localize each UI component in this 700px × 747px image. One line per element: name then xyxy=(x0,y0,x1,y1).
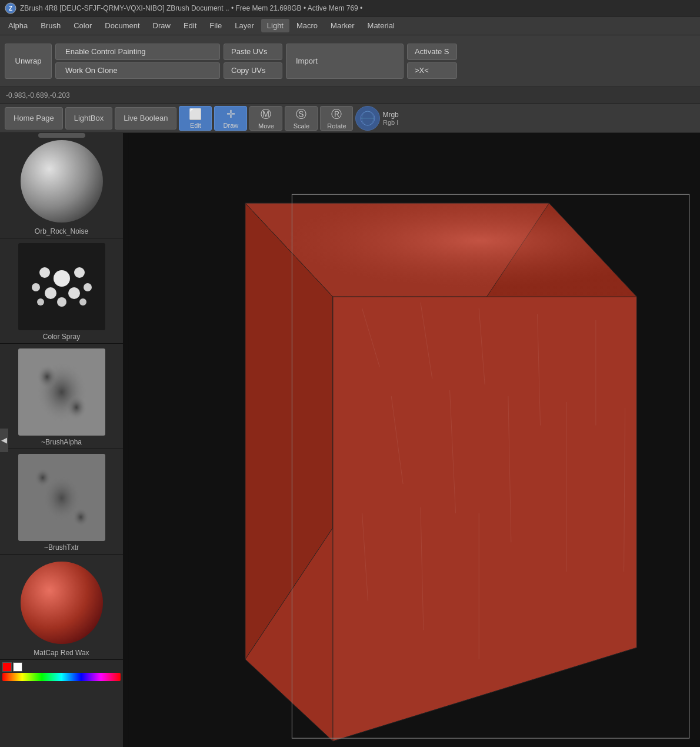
scroll-indicator xyxy=(38,133,85,138)
matcap-red-wax-label: MatCap Red Wax xyxy=(34,649,89,657)
menu-document[interactable]: Document xyxy=(99,19,145,32)
rotate-label: Rotate xyxy=(327,122,346,130)
coords-value: -0.983,-0.689,-0.203 xyxy=(6,91,70,99)
menu-macro[interactable]: Macro xyxy=(291,19,324,32)
svg-point-15 xyxy=(79,298,86,306)
menu-color[interactable]: Color xyxy=(68,19,98,32)
brush-txtr[interactable]: ~BrushTxtr xyxy=(0,449,123,555)
svg-point-9 xyxy=(32,283,40,291)
enable-control-painting-button[interactable]: Enable Control Painting xyxy=(55,44,220,60)
scale-label: Scale xyxy=(294,122,310,130)
menu-alpha[interactable]: Alpha xyxy=(2,19,34,32)
menu-layer[interactable]: Layer xyxy=(229,19,260,32)
svg-point-21 xyxy=(55,383,91,424)
activate-group: Activate S >X< xyxy=(407,44,457,79)
viewport xyxy=(124,133,700,747)
rgb-sphere-icon xyxy=(359,110,376,127)
lightbox-button[interactable]: LightBox xyxy=(65,107,113,130)
scale-icon: Ⓢ xyxy=(296,107,306,121)
color-swatch-row xyxy=(2,662,121,672)
homepage-button[interactable]: Home Page xyxy=(5,107,63,130)
svg-point-25 xyxy=(59,493,92,530)
menu-marker[interactable]: Marker xyxy=(325,19,360,32)
svg-point-6 xyxy=(54,270,70,287)
brush-alpha-thumbnail xyxy=(18,348,105,436)
svg-point-12 xyxy=(68,287,80,299)
color-swatch-white[interactable] xyxy=(13,662,22,672)
menu-bar: Alpha Brush Color Document Draw Edit Fil… xyxy=(0,16,700,35)
unwrap-button[interactable]: Unwrap xyxy=(5,44,52,79)
activate-button[interactable]: Activate S xyxy=(407,44,457,60)
edit-mode-button[interactable]: ⬜ Edit xyxy=(179,106,212,131)
zbrush-logo-icon: Z xyxy=(5,2,16,14)
color-spray-visual xyxy=(18,243,105,330)
brush-txtr-label: ~BrushTxtr xyxy=(44,543,79,552)
menu-material[interactable]: Material xyxy=(362,19,401,32)
canvas-area[interactable] xyxy=(124,133,700,747)
menu-file[interactable]: File xyxy=(204,19,228,32)
brush-alpha-label: ~BrushAlpha xyxy=(41,438,82,446)
brush-color-spray[interactable]: Color Spray xyxy=(0,238,123,344)
live-boolean-button[interactable]: Live Boolean xyxy=(115,107,176,130)
matcap-red-wax[interactable]: MatCap Red Wax xyxy=(0,555,123,660)
color-spray-label: Color Spray xyxy=(43,333,80,341)
mrgb-label: Mrgb Rgb I xyxy=(382,111,398,126)
coords-bar: -0.983,-0.689,-0.203 xyxy=(0,87,700,104)
left-sidebar: ◀ Orb_Rock_Noise xyxy=(0,133,124,747)
brush-txtr-thumbnail xyxy=(18,454,105,541)
rotate-icon: Ⓡ xyxy=(331,107,342,121)
action-bar: Home Page LightBox Live Boolean ⬜ Edit ✛… xyxy=(0,104,700,133)
color-gradient-bar[interactable] xyxy=(2,673,121,681)
menu-light[interactable]: Light xyxy=(261,19,289,32)
svg-point-7 xyxy=(39,267,50,278)
svg-text:Z: Z xyxy=(9,5,12,12)
uv-group: Paste UVs Copy UVs xyxy=(224,44,282,79)
xmark-button[interactable]: >X< xyxy=(407,62,457,79)
mrgb-text: Mrgb xyxy=(382,111,398,119)
menu-brush[interactable]: Brush xyxy=(35,19,66,32)
move-label: Move xyxy=(258,122,274,130)
svg-point-14 xyxy=(37,298,44,306)
rgb-button[interactable] xyxy=(355,106,380,131)
copy-uvs-button[interactable]: Copy UVs xyxy=(224,62,282,79)
toolbar-group-main: Enable Control Painting Work On Clone xyxy=(55,44,220,79)
draw-mode-button[interactable]: ✛ Draw xyxy=(214,106,247,131)
orb-rock-noise-thumbnail xyxy=(18,138,105,225)
brush-alpha-visual xyxy=(18,348,105,436)
move-mode-button[interactable]: Ⓜ Move xyxy=(249,106,282,131)
orb-sphere-visual xyxy=(21,140,103,223)
rgb-i-text: Rgb I xyxy=(383,119,398,126)
edit-icon: ⬜ xyxy=(189,108,202,121)
brush-orb-rock-noise[interactable]: Orb_Rock_Noise xyxy=(0,133,123,238)
svg-point-10 xyxy=(84,283,92,291)
svg-point-11 xyxy=(45,287,56,299)
cube-viewport-svg xyxy=(124,133,700,747)
svg-point-24 xyxy=(31,464,64,502)
paste-uvs-button[interactable]: Paste UVs xyxy=(224,44,282,60)
color-swatch-red[interactable] xyxy=(2,662,12,672)
import-button[interactable]: Import xyxy=(286,44,404,79)
color-picker-area xyxy=(0,660,123,683)
matcap-sphere-visual xyxy=(21,562,103,644)
brush-txtr-visual xyxy=(18,454,105,541)
work-on-clone-button[interactable]: Work On Clone xyxy=(55,62,220,79)
left-collapse-arrow[interactable]: ◀ xyxy=(0,429,8,452)
move-icon: Ⓜ xyxy=(261,107,271,121)
matcap-red-wax-thumbnail xyxy=(18,559,105,646)
svg-point-8 xyxy=(74,267,85,278)
svg-point-13 xyxy=(57,297,66,307)
title-bar: Z ZBrush 4R8 [DEUC-SFJF-QRMY-VQXI-NIBO] … xyxy=(0,0,700,16)
menu-draw[interactable]: Draw xyxy=(147,19,176,32)
edit-label: Edit xyxy=(190,122,201,129)
menu-edit[interactable]: Edit xyxy=(178,19,202,32)
brush-alpha[interactable]: ~BrushAlpha xyxy=(0,344,123,449)
scale-mode-button[interactable]: Ⓢ Scale xyxy=(285,106,318,131)
title-text: ZBrush 4R8 [DEUC-SFJF-QRMY-VQXI-NIBO] ZB… xyxy=(20,4,362,12)
toolbar-row: Unwrap Enable Control Painting Work On C… xyxy=(0,35,700,87)
color-spray-thumbnail xyxy=(18,243,105,330)
main-content: ◀ Orb_Rock_Noise xyxy=(0,133,700,747)
rotate-mode-button[interactable]: Ⓡ Rotate xyxy=(320,106,353,131)
orb-rock-noise-label: Orb_Rock_Noise xyxy=(35,227,88,235)
draw-icon: ✛ xyxy=(226,108,235,121)
draw-label: Draw xyxy=(224,122,239,129)
